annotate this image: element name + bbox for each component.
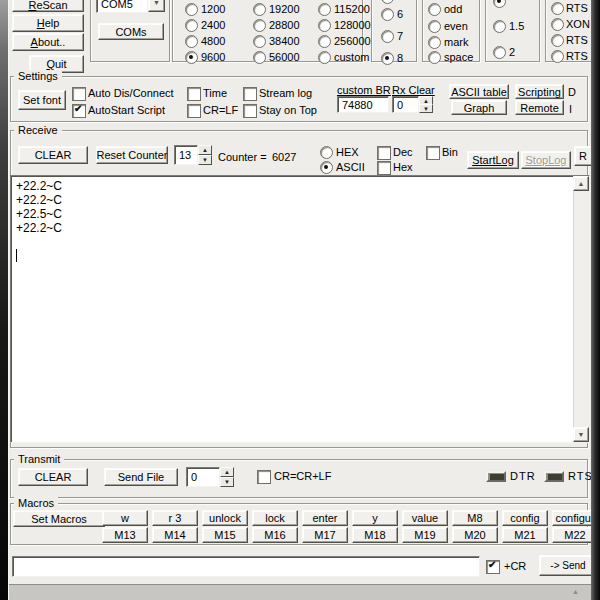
receive-scrollbar[interactable] bbox=[573, 176, 590, 442]
baud-9600-radio[interactable] bbox=[185, 51, 198, 64]
macro-button-m19[interactable]: M19 bbox=[402, 527, 448, 543]
time-label[interactable]: Time bbox=[203, 87, 227, 99]
cr-crlf-label[interactable]: CR=CR+LF bbox=[274, 470, 331, 482]
auto-disconnect-checkbox[interactable] bbox=[72, 87, 86, 101]
rx-lines-down-button[interactable]: ▼ bbox=[198, 155, 212, 165]
transmit-clear-button[interactable]: CLEAR bbox=[18, 468, 88, 486]
help-button[interactable]: Help bbox=[12, 14, 84, 32]
cr-lf-checkbox[interactable] bbox=[187, 104, 201, 118]
baud-4800-radio[interactable] bbox=[185, 35, 198, 48]
baud-128000-label[interactable]: 128000 bbox=[334, 19, 371, 31]
stoplog-button[interactable]: StopLog bbox=[521, 151, 571, 169]
macro-button-m13[interactable]: M13 bbox=[102, 527, 148, 543]
macro-button-m18[interactable]: M18 bbox=[352, 527, 398, 543]
handshake-rts3-label[interactable]: RTS bbox=[566, 50, 588, 62]
data-bits-6-radio[interactable] bbox=[381, 8, 394, 21]
stream-log-checkbox[interactable] bbox=[243, 87, 257, 101]
macro-button-m6[interactable]: y bbox=[352, 510, 398, 526]
hex-label[interactable]: Hex bbox=[393, 161, 413, 173]
macro-button-m5[interactable]: enter bbox=[302, 510, 348, 526]
stay-on-top-label[interactable]: Stay on Top bbox=[259, 104, 317, 116]
baud-custom-label[interactable]: custom bbox=[334, 51, 369, 63]
scroll-down-button[interactable]: ▼ bbox=[573, 427, 589, 442]
baud-38400-radio[interactable] bbox=[253, 35, 266, 48]
baud-256000-radio[interactable] bbox=[318, 35, 331, 48]
about-button[interactable]: About.. bbox=[12, 33, 84, 51]
graph-button[interactable]: Graph bbox=[451, 100, 507, 115]
transmit-delay-spinner[interactable]: 0 bbox=[186, 467, 220, 487]
rx-clear-input[interactable]: 0 bbox=[392, 96, 419, 113]
startlog-button[interactable]: StartLog bbox=[467, 151, 519, 169]
handshake-xon-label[interactable]: XON bbox=[566, 18, 590, 30]
baud-128000-radio[interactable] bbox=[318, 19, 331, 32]
macro-button-m14[interactable]: M14 bbox=[152, 527, 198, 543]
baud-4800-label[interactable]: 4800 bbox=[201, 35, 225, 47]
autostart-script-checkbox[interactable] bbox=[72, 104, 86, 118]
stay-on-top-checkbox[interactable] bbox=[243, 104, 257, 118]
rx-lines-up-button[interactable]: ▲ bbox=[198, 145, 212, 155]
handshake-rts-radio[interactable] bbox=[551, 2, 564, 15]
baud-115200-label[interactable]: 115200 bbox=[334, 3, 370, 15]
handshake-rts3-radio[interactable] bbox=[551, 50, 564, 63]
parity-even-radio[interactable] bbox=[428, 20, 441, 33]
baud-28800-label[interactable]: 28800 bbox=[269, 19, 300, 31]
baud-56000-label[interactable]: 56000 bbox=[269, 51, 300, 63]
com-port-dropdown-button[interactable]: ▼ bbox=[148, 0, 165, 12]
baud-2400-label[interactable]: 2400 bbox=[201, 19, 225, 31]
baud-2400-radio[interactable] bbox=[185, 19, 198, 32]
rescan-button[interactable]: ReScan bbox=[12, 0, 84, 12]
baud-28800-radio[interactable] bbox=[253, 19, 266, 32]
macro-button-m2[interactable]: r 3 bbox=[152, 510, 198, 526]
ascii-display-radio[interactable] bbox=[320, 161, 333, 174]
baud-19200-radio[interactable] bbox=[253, 3, 266, 16]
set-macros-button[interactable]: Set Macros bbox=[13, 510, 105, 527]
data-bits-6-label[interactable]: 6 bbox=[397, 8, 403, 20]
rx-clear-down-button[interactable]: ▼ bbox=[419, 104, 433, 113]
stream-log-label[interactable]: Stream log bbox=[259, 87, 312, 99]
dec-checkbox[interactable] bbox=[377, 146, 391, 160]
macro-button-m21[interactable]: M21 bbox=[502, 527, 548, 543]
handshake-rts-label[interactable]: RTS bbox=[566, 2, 588, 14]
ascii-display-label[interactable]: ASCII bbox=[336, 161, 365, 173]
custom-br-input[interactable]: 74880 bbox=[337, 96, 389, 113]
baud-256000-label[interactable]: 256000 bbox=[334, 35, 371, 47]
custom-br-label[interactable]: custom BR bbox=[337, 84, 391, 96]
bin-checkbox[interactable] bbox=[426, 146, 440, 160]
time-checkbox[interactable] bbox=[187, 87, 201, 101]
data-bits-8-radio[interactable] bbox=[381, 52, 394, 65]
scroll-up-button[interactable]: ▲ bbox=[573, 176, 589, 191]
transmit-delay-up-button[interactable]: ▲ bbox=[220, 467, 234, 477]
macro-button-m7[interactable]: value bbox=[402, 510, 448, 526]
stop-bits-2-radio[interactable] bbox=[493, 46, 506, 59]
bin-label[interactable]: Bin bbox=[442, 146, 458, 158]
coms-button[interactable]: COMs bbox=[98, 23, 164, 40]
macro-button-m9[interactable]: config bbox=[502, 510, 548, 526]
data-bits-8-label[interactable]: 8 bbox=[397, 52, 403, 64]
receive-clear-button[interactable]: CLEAR bbox=[18, 146, 88, 164]
rx-clear-label[interactable]: Rx Clear bbox=[392, 84, 435, 96]
dtr-led[interactable] bbox=[486, 471, 506, 482]
send-button[interactable]: -> Send bbox=[539, 555, 597, 576]
baud-38400-label[interactable]: 38400 bbox=[269, 35, 300, 47]
baud-custom-radio[interactable] bbox=[318, 51, 331, 64]
scripting-button[interactable]: Scripting bbox=[515, 84, 564, 99]
baud-56000-radio[interactable] bbox=[253, 51, 266, 64]
plus-cr-label[interactable]: +CR bbox=[504, 560, 526, 572]
auto-disconnect-label[interactable]: Auto Dis/Connect bbox=[88, 87, 174, 99]
baud-19200-label[interactable]: 19200 bbox=[269, 3, 300, 15]
data-bits-7-label[interactable]: 7 bbox=[397, 30, 403, 42]
parity-space-label[interactable]: space bbox=[444, 51, 473, 63]
handshake-rts2-radio[interactable] bbox=[551, 34, 564, 47]
baud-1200-label[interactable]: 1200 bbox=[201, 3, 225, 15]
autostart-script-label[interactable]: AutoStart Script bbox=[88, 104, 165, 116]
plus-cr-checkbox[interactable] bbox=[486, 560, 500, 574]
hex-checkbox[interactable] bbox=[377, 161, 391, 175]
rts-led[interactable] bbox=[544, 471, 564, 482]
send-input[interactable] bbox=[12, 556, 480, 577]
stop-bits-1-5-radio[interactable] bbox=[493, 20, 506, 33]
handshake-xon-radio[interactable] bbox=[551, 18, 564, 31]
cr-lf-label[interactable]: CR=LF bbox=[203, 104, 238, 116]
parity-odd-label[interactable]: odd bbox=[444, 3, 462, 15]
macro-button-m1[interactable]: w bbox=[102, 510, 148, 526]
receive-textarea[interactable]: +22.2~C +22.2~C +22.5~C +22.2~C bbox=[10, 175, 590, 443]
